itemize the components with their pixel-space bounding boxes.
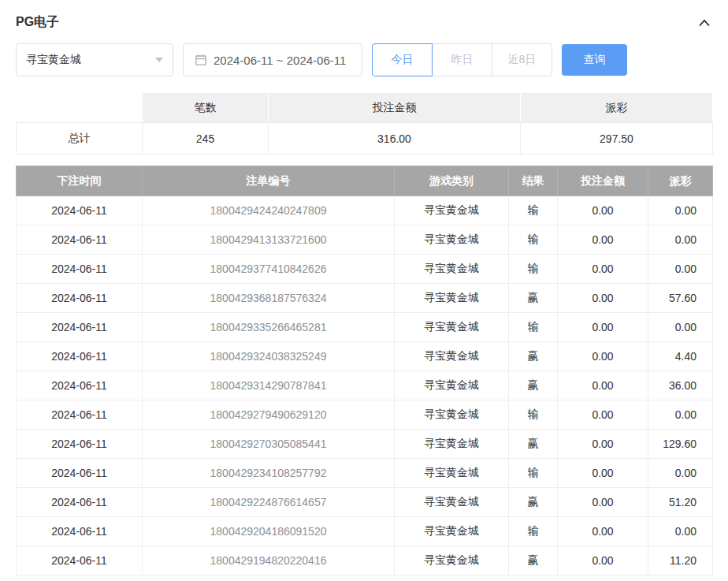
order-number-cell: 1800429279490629120: [143, 400, 395, 430]
order-number-cell: 1800429314290787841: [143, 371, 395, 400]
payout-cell: 129.60: [648, 430, 713, 459]
game-category-cell: 寻宝黄金城: [395, 196, 509, 225]
table-row: 2024-06-111800429270305085441寻宝黄金城赢0.001…: [17, 430, 713, 459]
bet-time-cell: 2024-06-11: [17, 313, 143, 342]
panel-header: PG电子: [16, 9, 712, 43]
payout-cell: 36.00: [648, 371, 713, 400]
bet-amount-cell: 0.00: [558, 546, 648, 575]
bet-amount-cell: 0.00: [558, 371, 648, 400]
order-number-cell: 1800429324038325249: [143, 342, 395, 371]
payout-cell: 11.20: [648, 546, 713, 575]
table-row: 2024-06-111800429204186091520寻宝黄金城输0.000…: [17, 517, 713, 546]
order-number-cell: 1800429270305085441: [143, 430, 395, 459]
bet-amount-cell: 0.00: [558, 313, 648, 342]
records-header-row: 下注时间 注单编号 游戏类别 结果 投注金额 派彩: [17, 166, 713, 196]
col-header-result: 结果: [509, 166, 558, 196]
result-cell: 输: [509, 225, 558, 255]
table-row: 2024-06-111800429194820220416寻宝黄金城赢0.001…: [17, 546, 713, 575]
date-range-value: 2024-06-11 ~ 2024-06-11: [214, 54, 346, 67]
order-number-cell: 1800429234108257792: [143, 459, 395, 488]
payout-cell: 57.60: [648, 284, 713, 313]
bet-time-cell: 2024-06-11: [17, 225, 143, 255]
order-number-cell: 1800429335266465281: [143, 313, 395, 342]
bet-time-cell: 2024-06-11: [17, 342, 143, 371]
summary-total-label: 总计: [17, 123, 143, 155]
game-category-cell: 寻宝黄金城: [395, 488, 509, 517]
table-row: 2024-06-111800429314290787841寻宝黄金城赢0.003…: [17, 371, 713, 400]
game-category-cell: 寻宝黄金城: [395, 225, 509, 255]
chevron-up-icon[interactable]: [696, 15, 712, 31]
summary-header-payout: 派彩: [521, 93, 713, 123]
col-header-bet-time: 下注时间: [17, 166, 143, 196]
date-range-input[interactable]: 2024-06-11 ~ 2024-06-11: [183, 43, 362, 76]
table-row: 2024-06-111800429335266465281寻宝黄金城输0.000…: [17, 313, 713, 342]
col-header-bet-amount: 投注金额: [558, 166, 648, 196]
col-header-game-category: 游戏类别: [395, 166, 509, 196]
page-title: PG电子: [16, 14, 59, 31]
pg-games-panel: PG电子 寻宝黄金城 2024-06-11 ~ 2024-06-11: [0, 0, 728, 575]
game-category-cell: 寻宝黄金城: [395, 342, 509, 371]
yesterday-button[interactable]: 昨日: [432, 43, 492, 76]
today-button[interactable]: 今日: [372, 43, 433, 76]
payout-cell: 0.00: [648, 517, 713, 546]
result-cell: 输: [509, 313, 558, 342]
game-category-cell: 寻宝黄金城: [395, 459, 509, 488]
summary-payout-value: 297.50: [521, 123, 713, 155]
table-row: 2024-06-111800429279490629120寻宝黄金城输0.000…: [17, 400, 713, 430]
table-row: 2024-06-111800429224876614657寻宝黄金城赢0.005…: [17, 488, 713, 517]
order-number-cell: 1800429413133721600: [143, 225, 395, 255]
bet-amount-cell: 0.00: [558, 430, 648, 459]
bet-amount-cell: 0.00: [558, 517, 648, 546]
bet-time-cell: 2024-06-11: [17, 546, 143, 575]
bet-time-cell: 2024-06-11: [17, 459, 143, 488]
last-8-days-button[interactable]: 近8日: [492, 43, 552, 76]
payout-cell: 4.40: [648, 342, 713, 371]
records-body: 2024-06-111800429424240247809寻宝黄金城输0.000…: [17, 196, 713, 575]
game-category-cell: 寻宝黄金城: [395, 517, 509, 546]
order-number-cell: 1800429194820220416: [143, 546, 395, 575]
payout-cell: 0.00: [648, 400, 713, 430]
payout-cell: 0.00: [648, 225, 713, 255]
result-cell: 赢: [509, 371, 558, 400]
bet-amount-cell: 0.00: [558, 196, 648, 225]
result-cell: 赢: [509, 284, 558, 313]
order-number-cell: 1800429424240247809: [143, 196, 395, 225]
result-cell: 输: [509, 400, 558, 430]
query-button[interactable]: 查询: [562, 44, 627, 76]
summary-header-row: 笔数 投注金额 派彩: [17, 93, 713, 123]
summary-header-blank: [17, 93, 143, 123]
bet-time-cell: 2024-06-11: [17, 284, 143, 313]
table-row: 2024-06-111800429413133721600寻宝黄金城输0.000…: [17, 225, 713, 255]
game-category-cell: 寻宝黄金城: [395, 255, 509, 284]
filter-bar: 寻宝黄金城 2024-06-11 ~ 2024-06-11 今日 昨日 近8日 …: [16, 43, 712, 76]
summary-total-row: 总计 245 316.00 297.50: [17, 123, 713, 155]
summary-header-bet-amount: 投注金额: [269, 93, 521, 123]
col-header-order-number: 注单编号: [143, 166, 395, 196]
order-number-cell: 1800429368187576324: [143, 284, 395, 313]
bet-time-cell: 2024-06-11: [17, 255, 143, 284]
bet-time-cell: 2024-06-11: [17, 488, 143, 517]
bet-amount-cell: 0.00: [558, 342, 648, 371]
result-cell: 赢: [509, 430, 558, 459]
bet-records-table: 下注时间 注单编号 游戏类别 结果 投注金额 派彩 2024-06-111800…: [16, 166, 713, 575]
result-cell: 输: [509, 255, 558, 284]
bet-time-cell: 2024-06-11: [17, 371, 143, 400]
summary-bet-amount-value: 316.00: [269, 123, 521, 155]
bet-amount-cell: 0.00: [558, 284, 648, 313]
bet-time-cell: 2024-06-11: [17, 400, 143, 430]
bet-amount-cell: 0.00: [558, 400, 648, 430]
order-number-cell: 1800429224876614657: [143, 488, 395, 517]
bet-time-cell: 2024-06-11: [17, 517, 143, 546]
game-select[interactable]: 寻宝黄金城: [16, 43, 173, 76]
bet-amount-cell: 0.00: [558, 488, 648, 517]
bet-time-cell: 2024-06-11: [17, 196, 143, 225]
game-category-cell: 寻宝黄金城: [395, 546, 509, 575]
game-category-cell: 寻宝黄金城: [395, 284, 509, 313]
table-row: 2024-06-111800429324038325249寻宝黄金城赢0.004…: [17, 342, 713, 371]
table-row: 2024-06-111800429424240247809寻宝黄金城输0.000…: [17, 196, 713, 225]
summary-header-count: 笔数: [143, 93, 269, 123]
game-category-cell: 寻宝黄金城: [395, 430, 509, 459]
game-select-value: 寻宝黄金城: [26, 53, 81, 67]
table-row: 2024-06-111800429234108257792寻宝黄金城输0.000…: [17, 459, 713, 488]
result-cell: 赢: [509, 488, 558, 517]
